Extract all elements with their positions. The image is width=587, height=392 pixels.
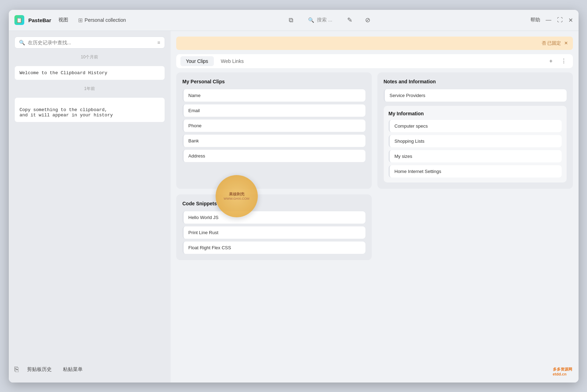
clipboard-history-button[interactable]: 剪贴板历史 xyxy=(24,365,55,374)
sidebar-filter-icon[interactable]: ≡ xyxy=(157,40,160,45)
menu-view[interactable]: 视图 xyxy=(56,15,71,25)
menu-collection[interactable]: ⊞ Personal collection xyxy=(75,15,129,25)
clip-name[interactable]: Name xyxy=(183,89,365,102)
title-bar-right: 帮助 — ⛶ ✕ xyxy=(530,17,573,24)
main-content: 🔍 ≡ 10个月前 Welcome to the Clipboard Histo… xyxy=(9,31,579,383)
time-label-1: 10个月前 xyxy=(14,53,165,62)
title-bar: 📋 PasteBar 视图 ⊞ Personal collection ⧉ 🔍 … xyxy=(9,10,579,31)
filter-icon[interactable]: ⊘ xyxy=(363,15,372,25)
app-logo: 📋 xyxy=(14,15,24,25)
card-notes: Notes and Information Service Providers … xyxy=(377,72,573,189)
sidebar-search-input[interactable] xyxy=(28,40,155,45)
search-bar[interactable]: 🔍 搜索 ... xyxy=(304,15,337,25)
notification-close[interactable]: ✕ xyxy=(564,40,568,46)
search-text: 搜索 ... xyxy=(317,17,332,23)
card-notes-title: Notes and Information xyxy=(384,79,567,84)
card-personal-clips: My Personal Clips Name Email Phone Bank … xyxy=(176,72,372,189)
clip-item-1[interactable]: Welcome to the Clipboard History xyxy=(14,66,165,80)
clip-shopping-lists[interactable]: Shopping Lists xyxy=(389,135,562,147)
clip-text-1: Welcome to the Clipboard History xyxy=(20,70,108,76)
clip-text-2: Copy something to the clipboard, and it … xyxy=(20,107,113,118)
sidebar-search-icon: 🔍 xyxy=(19,40,25,45)
tab-your-clips[interactable]: Your Clips xyxy=(180,56,214,66)
my-information-items: Computer specs Shopping Lists My sizes H… xyxy=(389,120,562,178)
close-button[interactable]: ✕ xyxy=(568,17,573,24)
clip-service-providers[interactable]: Service Providers xyxy=(384,89,567,102)
logo-icon: 📋 xyxy=(16,17,22,23)
notification-text: 否 已固定 xyxy=(542,40,561,46)
clip-print-line[interactable]: Print Line Rust xyxy=(183,226,365,239)
app-name: PasteBar xyxy=(28,17,51,23)
sidebar: 🔍 ≡ 10个月前 Welcome to the Clipboard Histo… xyxy=(9,31,171,383)
clip-address[interactable]: Address xyxy=(183,150,365,162)
my-information-group: My Information Computer specs Shopping L… xyxy=(384,106,567,182)
add-tab-button[interactable]: + xyxy=(546,56,556,66)
title-bar-center: ⧉ 🔍 搜索 ... ✎ ⊘ xyxy=(129,15,530,25)
card-code-snippets-items: Hello World JS Print Line Rust Float Rig… xyxy=(183,211,365,254)
card-code-snippets-title: Code Snippets xyxy=(183,201,365,206)
tab-web-links[interactable]: Web Links xyxy=(215,56,249,66)
title-bar-left: 📋 PasteBar 视图 ⊞ Personal collection xyxy=(14,15,129,25)
card-notes-items: Service Providers My Information Compute… xyxy=(384,89,567,182)
tabs-actions: + ⋮ xyxy=(546,56,569,66)
clip-home-internet[interactable]: Home Internet Settings xyxy=(389,165,562,178)
clip-computer-specs[interactable]: Computer specs xyxy=(389,120,562,132)
right-panel: 否 已固定 ✕ Your Clips Web Links + ⋮ xyxy=(171,31,579,383)
more-tab-button[interactable]: ⋮ xyxy=(559,56,569,66)
card-personal-clips-title: My Personal Clips xyxy=(183,79,365,84)
cards-grid: My Personal Clips Name Email Phone Bank … xyxy=(176,72,573,260)
clip-item-2[interactable]: Copy something to the clipboard, and it … xyxy=(14,97,165,122)
search-glass-icon: 🔍 xyxy=(308,17,314,23)
edit-icon[interactable]: ✎ xyxy=(345,15,355,25)
card-personal-clips-items: Name Email Phone Bank Address xyxy=(183,89,365,162)
help-button[interactable]: 帮助 xyxy=(530,17,540,23)
clipboard-icon: ⎘ xyxy=(14,365,19,373)
bottom-watermark: 多多资源网etdd.cn xyxy=(553,367,572,376)
time-label-2: 1年前 xyxy=(14,84,165,93)
clip-hello-world[interactable]: Hello World JS xyxy=(183,211,365,224)
sidebar-search-box[interactable]: 🔍 ≡ xyxy=(14,37,165,49)
my-information-title: My Information xyxy=(389,111,562,116)
collection-name: Personal collection xyxy=(85,17,126,23)
maximize-button[interactable]: ⛶ xyxy=(557,17,563,23)
card-code-snippets: Code Snippets Hello World JS Print Line … xyxy=(176,194,372,260)
tabs-bar: Your Clips Web Links + ⋮ xyxy=(176,54,573,68)
sidebar-bottom: ⎘ 剪贴板历史 粘贴菜单 xyxy=(14,362,165,377)
bottom-watermark-text: 多多资源网etdd.cn xyxy=(553,367,572,376)
window-controls: — ⛶ ✕ xyxy=(546,17,573,24)
copy-icon[interactable]: ⧉ xyxy=(287,15,295,25)
clip-my-sizes[interactable]: My sizes xyxy=(389,150,562,162)
clip-email[interactable]: Email xyxy=(183,104,365,117)
collection-icon: ⊞ xyxy=(78,17,83,24)
notification-bar: 否 已固定 ✕ xyxy=(176,37,573,50)
minimize-button[interactable]: — xyxy=(546,17,551,23)
clip-bank[interactable]: Bank xyxy=(183,135,365,147)
clip-phone[interactable]: Phone xyxy=(183,120,365,132)
clip-float-right[interactable]: Float Right Flex CSS xyxy=(183,242,365,254)
paste-menu-button[interactable]: 粘贴菜单 xyxy=(60,365,85,374)
